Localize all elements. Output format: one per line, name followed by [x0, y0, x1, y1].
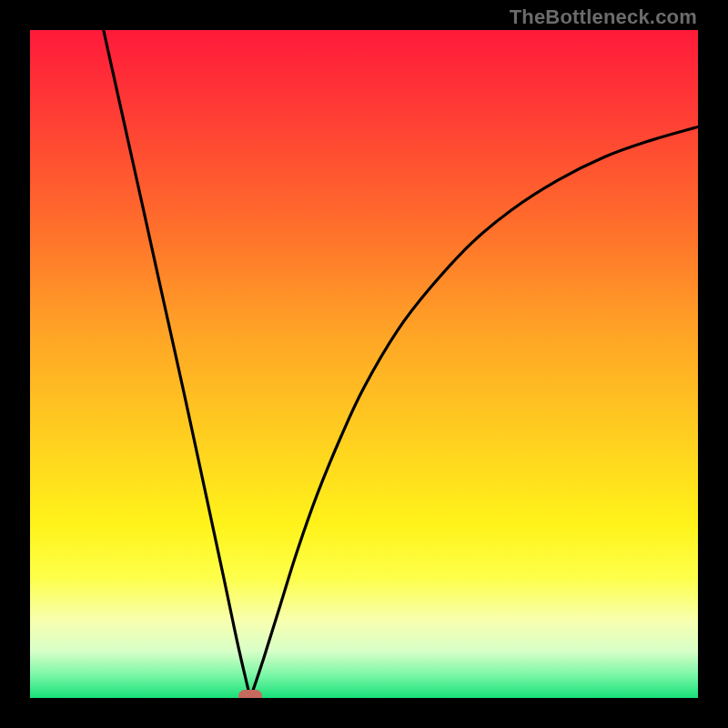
watermark-text: TheBottleneck.com — [510, 5, 697, 29]
optimum-marker — [238, 690, 262, 698]
curve-right-branch — [250, 126, 698, 698]
chart-frame: TheBottleneck.com — [0, 0, 728, 728]
curve-left-branch — [104, 30, 250, 698]
plot-area — [30, 30, 698, 698]
bottleneck-curve — [30, 30, 698, 698]
